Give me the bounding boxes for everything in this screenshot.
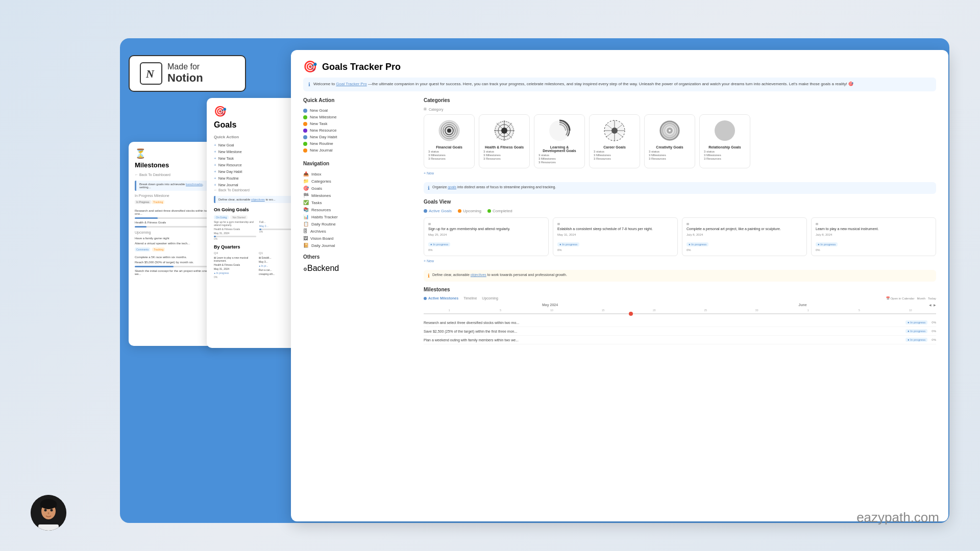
svg-point-22: [611, 128, 618, 134]
qa-main-new-resource[interactable]: New Resource: [303, 127, 415, 134]
milestones-back-link[interactable]: ← Back To Dashboard: [135, 173, 212, 177]
qa-new-milestone[interactable]: New Milestone: [214, 148, 302, 155]
upcoming-goals-dot: [458, 209, 461, 213]
milestone-item-health: Health & Fitness Goals: [135, 220, 212, 225]
nav-vision-board[interactable]: 🖼Vision Board: [303, 235, 415, 242]
qa-main-new-routine[interactable]: New Routine: [303, 140, 415, 147]
nav-resources[interactable]: 📚Resources: [303, 206, 415, 213]
goal-card-1-percent: 0%: [428, 248, 544, 252]
nav-habits[interactable]: 📊Habits Tracker: [303, 213, 415, 220]
others-section: Others ⚙Backend: [303, 254, 415, 273]
qa-main-new-goal[interactable]: New Goal: [303, 107, 415, 114]
goal-card-4[interactable]: ⊠ Learn to play a new musical instrument…: [811, 217, 936, 256]
nav-tasks[interactable]: ✅Tasks: [303, 199, 415, 206]
qa-new-day-habit[interactable]: New Day Habit: [214, 168, 302, 175]
new-goal-button[interactable]: + New: [424, 259, 936, 263]
categories-header: Categories: [424, 97, 936, 103]
watermark: eazypath.com: [856, 510, 939, 525]
tab-upcoming-goals[interactable]: Upcoming: [458, 209, 481, 213]
goal-card-3-checkbox: ⊠: [687, 222, 802, 226]
avatar-face: [31, 495, 66, 531]
ms-tab-active[interactable]: Active Milestones: [424, 296, 458, 300]
filter-icon: ⊞: [424, 107, 427, 111]
qa-main-new-habit[interactable]: New Day Habit: [303, 134, 415, 140]
qa-main-new-milestone[interactable]: New Milestone: [303, 114, 415, 120]
qa-new-resource[interactable]: New Resource: [214, 162, 302, 168]
qa-new-journal[interactable]: New Journal: [214, 182, 302, 188]
cat-career[interactable]: Career Goals 3 status 3 Milestones 3 Res…: [589, 114, 640, 168]
tab-completed-goals[interactable]: Completed: [487, 209, 512, 213]
milestones-nav-icon: 🏁: [303, 193, 309, 198]
ms-tab-upcoming[interactable]: Upcoming: [482, 296, 498, 300]
goal-card-4-checkbox: ⊠: [816, 222, 932, 226]
notion-badge: N Made for Notion: [129, 55, 246, 92]
svg-text:N: N: [145, 67, 155, 80]
nav-inbox[interactable]: 📥Inbox: [303, 170, 415, 178]
qa-goal-dot: [303, 109, 307, 113]
tab-active-goals[interactable]: Active Goals: [424, 209, 452, 213]
nav-daily-journal[interactable]: 📔Daily Journal: [303, 242, 415, 249]
goals-panel-title: Goals: [214, 120, 302, 130]
ms-tab-timeline[interactable]: Timeline: [463, 296, 477, 300]
categories-section: Categories ⊞ Category: [424, 97, 936, 175]
ms-row-2: Save $2,500 (25% of the target) within t…: [424, 327, 936, 336]
cat-financial[interactable]: Financial Goals 3 status 3 Milestones 3 …: [424, 114, 475, 168]
resources-icon: 📚: [303, 207, 309, 212]
goals-back-link[interactable]: ← Back To Dashboard: [214, 188, 302, 192]
goal-card-3[interactable]: ⊠ Complete a personal art project, like …: [682, 217, 807, 256]
timeline-container: May 2024 June ◀ ▶ 1 5 10 15 20 25: [424, 303, 936, 314]
ms-status-1: ● In progress: [905, 320, 927, 324]
main-milestones-section: Milestones Active Milestones Timeline Up…: [424, 287, 936, 344]
qa-new-task[interactable]: New Task: [214, 155, 302, 162]
categories-icon: 📁: [303, 179, 309, 184]
made-for-label: Made for: [167, 62, 203, 71]
left-column: Quick Action New Goal New Milestone New …: [303, 97, 415, 344]
relationship-circle: [713, 119, 737, 142]
goal-card-2[interactable]: ⊠ Establish a consistent sleep schedule …: [553, 217, 678, 256]
cat-learning[interactable]: Learning & Development Goals 3 status 3 …: [534, 114, 585, 168]
goal-card-2-status: ● In progress: [557, 242, 579, 246]
nav-milestones[interactable]: 🏁Milestones: [303, 192, 415, 199]
svg-point-29: [715, 120, 735, 141]
health-stats: 3 status 3 Milestones 3 Resources: [483, 150, 525, 160]
cat-creativity[interactable]: Creativity Goals 3 status 3 Milestones 3…: [644, 114, 695, 168]
goals-panel-icon: 🎯: [214, 105, 302, 117]
ms-percent-2: 0%: [932, 330, 936, 333]
month-june: June: [676, 303, 929, 307]
nav-categories[interactable]: 📁Categories: [303, 178, 415, 185]
nav-daily-routine[interactable]: 📋Daily Routine: [303, 220, 415, 228]
qa-main-new-task[interactable]: New Task: [303, 120, 415, 127]
goal-card-4-title: Learn to play a new musical instrument.: [816, 227, 932, 231]
learning-stats: 3 status 3 Milestones 3 Resources: [538, 154, 580, 164]
milestone-items-section: Research and select three diversified st…: [135, 208, 212, 228]
goals-view-section: Goals View Active Goals Upcoming Complet…: [424, 199, 936, 263]
cat-relationship[interactable]: Relationship Goals 3 status 3 Milestones…: [699, 114, 750, 168]
goal-card-4-status: ● In progress: [816, 242, 838, 246]
new-category-button[interactable]: + New: [424, 171, 936, 175]
goal-card-3-date: July 8, 2024: [687, 233, 802, 236]
qa-main-new-journal[interactable]: New Journal: [303, 147, 415, 154]
ongoing-goals-title: On Going Goals: [214, 207, 302, 212]
qa-list-main: New Goal New Milestone New Task New Reso…: [303, 107, 415, 154]
nav-archives[interactable]: 🗄Archives: [303, 228, 415, 235]
welcome-text: Welcome to Goal Tracker Pro —the ultimat…: [313, 82, 853, 86]
nav-goals[interactable]: 🎯Goals: [303, 185, 415, 192]
goal-card-1-title: Sign up for a gym membership and attend …: [428, 227, 544, 231]
open-calendar-link[interactable]: 📅 Open in Calendar Month Today: [886, 296, 936, 300]
goal-card-1[interactable]: ⊠ Sign up for a gym membership and atten…: [424, 217, 549, 256]
learning-name: Learning & Development Goals: [538, 145, 580, 153]
qa-new-routine[interactable]: New Routine: [214, 175, 302, 182]
category-filter[interactable]: ⊞ Category: [424, 107, 936, 111]
archives-icon: 🗄: [303, 229, 308, 234]
ms-percent-3: 0%: [932, 338, 936, 341]
qa-new-goal[interactable]: New Goal: [214, 142, 302, 148]
ms-row-1: Research and select three diversified st…: [424, 318, 936, 327]
cat-health[interactable]: Health & Fitness Goals 3 status 3 Milest…: [479, 114, 530, 168]
financial-circle: [437, 119, 461, 142]
main-header: 🎯 Goals Tracker Pro: [303, 60, 936, 73]
notion-title-label: Notion: [167, 71, 203, 85]
ms-status-3: ● In progress: [905, 338, 927, 342]
nav-backend[interactable]: ⚙Backend: [303, 264, 415, 273]
career-name: Career Goals: [594, 145, 635, 149]
creativity-stats: 3 status 3 Milestones 3 Resources: [649, 150, 691, 160]
